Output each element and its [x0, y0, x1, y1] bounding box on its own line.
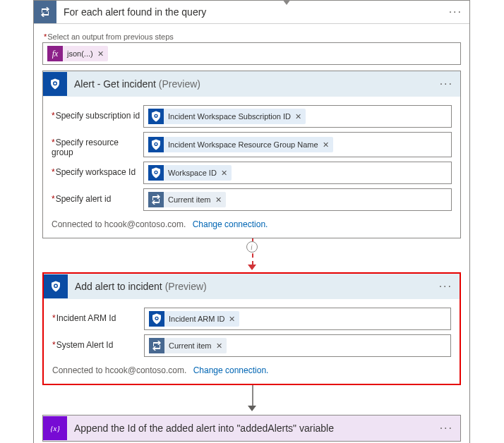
card-title: Add alert to incident (Preview) — [68, 281, 432, 292]
shield-icon — [149, 311, 164, 327]
loop-icon — [148, 192, 164, 207]
card-title: Append the Id of the added alert into "a… — [67, 423, 433, 434]
card-get-incident: Alert - Get incident (Preview) ··· Speci… — [42, 71, 461, 238]
card-body: Incident ARM Id Incident ARM ID ✕ System… — [44, 299, 460, 384]
card-header-get-incident[interactable]: Alert - Get incident (Preview) ··· — [43, 71, 460, 97]
change-connection-link[interactable]: Change connection. — [193, 219, 268, 229]
token-label: Current item — [169, 341, 212, 350]
close-icon[interactable]: ✕ — [97, 49, 104, 59]
token-currentitem[interactable]: Current item ✕ — [148, 192, 226, 207]
svg-point-11 — [156, 317, 157, 319]
ellipsis-icon[interactable]: ··· — [433, 78, 460, 90]
info-icon[interactable]: i — [246, 241, 258, 253]
label-resourcegroup: Specify resource group — [52, 132, 143, 157]
input-subscription[interactable]: Incident Workspace Subscription ID ✕ — [143, 105, 452, 128]
foreach-body: Select an output from previous steps fx … — [34, 24, 469, 443]
fx-icon: fx — [47, 46, 63, 61]
foreach-title: For each alert found in the query — [56, 6, 442, 18]
connector-dashed: i — [42, 238, 461, 267]
change-connection-link[interactable]: Change connection. — [193, 365, 269, 375]
close-icon[interactable]: ✕ — [295, 112, 301, 121]
variable-icon: {x} — [43, 416, 67, 440]
foreach-container: For each alert found in the query ··· Se… — [33, 0, 470, 443]
output-select-label: Select an output from previous steps — [44, 32, 461, 41]
ellipsis-icon[interactable]: ··· — [433, 422, 460, 435]
card-append-variable: {x} Append the Id of the added alert int… — [42, 415, 461, 442]
foreach-header[interactable]: For each alert found in the query ··· — [34, 1, 469, 24]
card-header-add-alert[interactable]: Add alert to incident (Preview) ··· — [44, 274, 460, 299]
shield-icon — [148, 165, 164, 181]
output-select-input[interactable]: fx json(...) ✕ — [42, 42, 461, 65]
close-icon[interactable]: ✕ — [323, 140, 329, 150]
svg-point-9 — [55, 285, 57, 287]
arrow-down-icon — [248, 403, 256, 413]
shield-icon — [44, 274, 68, 298]
token-label: json(...) — [67, 49, 93, 58]
connection-info: Connected to hcook@contoso.com. Change c… — [52, 219, 452, 229]
input-workspace[interactable]: Workspace ID ✕ — [143, 162, 452, 184]
input-system-alert[interactable]: Current item ✕ — [144, 334, 451, 357]
token-label: Incident Workspace Subscription ID — [168, 112, 291, 121]
close-icon[interactable]: ✕ — [216, 341, 222, 351]
svg-point-7 — [155, 171, 157, 173]
token-label: Incident Workspace Resource Group Name — [168, 140, 318, 149]
input-alert[interactable]: Current item ✕ — [143, 188, 452, 211]
close-icon[interactable]: ✕ — [215, 195, 222, 205]
loop-icon — [149, 338, 164, 353]
connector-solid — [42, 385, 461, 409]
token-currentitem[interactable]: Current item ✕ — [149, 338, 227, 353]
label-subscription: Specify subscription id — [52, 105, 143, 128]
label-system-alert: System Alert Id — [52, 334, 144, 357]
card-add-alert: Add alert to incident (Preview) ··· Inci… — [42, 272, 461, 385]
svg-point-3 — [155, 115, 157, 116]
token-label: Incident ARM ID — [169, 315, 224, 323]
card-title: Alert - Get incident (Preview) — [67, 78, 433, 90]
svg-text:{x}: {x} — [50, 424, 60, 432]
shield-icon — [43, 72, 67, 96]
token-subscription[interactable]: Incident Workspace Subscription ID ✕ — [148, 109, 306, 124]
input-resourcegroup[interactable]: Incident Workspace Resource Group Name ✕ — [143, 132, 452, 157]
ellipsis-icon[interactable]: ··· — [442, 6, 469, 18]
shield-icon — [148, 137, 164, 152]
arrow-down-icon — [248, 262, 256, 272]
token-arm-id[interactable]: Incident ARM ID ✕ — [149, 311, 239, 327]
ellipsis-icon[interactable]: ··· — [432, 280, 460, 293]
shield-icon — [148, 109, 164, 124]
connection-info: Connected to hcook@contoso.com. Change c… — [52, 365, 451, 375]
label-workspace: Specify workspace Id — [52, 162, 143, 184]
label-arm-id: Incident ARM Id — [52, 308, 144, 330]
close-icon[interactable]: ✕ — [229, 315, 235, 324]
label-alert: Specify alert id — [52, 188, 143, 211]
token-resourcegroup[interactable]: Incident Workspace Resource Group Name ✕ — [148, 137, 333, 152]
close-icon[interactable]: ✕ — [221, 169, 227, 178]
token-label: Current item — [168, 195, 211, 204]
card-body: Specify subscription id Incident Workspa… — [43, 97, 460, 238]
svg-point-5 — [155, 143, 157, 145]
svg-point-1 — [54, 83, 56, 85]
card-header-append-variable[interactable]: {x} Append the Id of the added alert int… — [43, 415, 460, 441]
token-workspace[interactable]: Workspace ID ✕ — [148, 165, 232, 181]
token-json[interactable]: fx json(...) ✕ — [47, 46, 108, 61]
arrow-down-icon — [282, 0, 291, 5]
input-arm-id[interactable]: Incident ARM ID ✕ — [144, 308, 451, 330]
loop-icon — [34, 1, 56, 23]
token-label: Workspace ID — [168, 169, 217, 177]
